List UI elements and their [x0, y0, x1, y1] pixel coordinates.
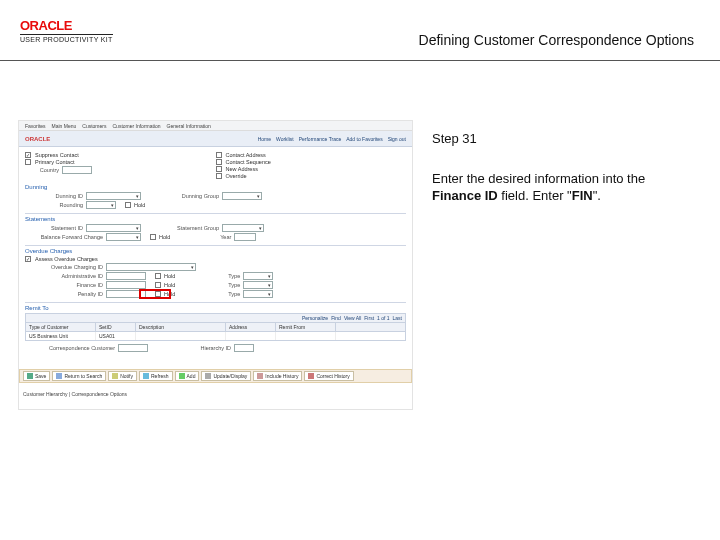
ocid-select[interactable] [106, 263, 196, 271]
nav-link[interactable]: Worklist [276, 136, 294, 142]
col-header: Remit From [276, 323, 336, 331]
cb-label: New Address [226, 166, 258, 172]
save-button[interactable]: Save [23, 371, 50, 381]
cell: USA01 [96, 332, 136, 340]
grid-ctl[interactable]: Personalize [302, 315, 328, 321]
cb-label: Contact Address [226, 152, 266, 158]
nav-link[interactable]: Home [258, 136, 271, 142]
button-bar: Save Return to Search Notify Refresh Add… [19, 369, 412, 383]
type-label: Type [228, 282, 240, 288]
logo-block: ORACLE USER PRODUCTIVITY KIT [20, 18, 113, 43]
checkbox[interactable] [216, 173, 222, 179]
country-label: Country [25, 167, 59, 173]
admin-input[interactable] [106, 272, 146, 280]
correct-history-button[interactable]: Correct History [304, 371, 353, 381]
crumb-item[interactable]: Customer Information [112, 123, 160, 129]
checkbox[interactable] [125, 202, 131, 208]
btn-label: Include History [265, 373, 298, 379]
notify-icon [112, 373, 118, 379]
country-input[interactable] [62, 166, 92, 174]
cb-label: Primary Contact [35, 159, 74, 165]
grid-ctl[interactable]: First [364, 315, 374, 321]
dunning-id-label: Dunning ID [25, 193, 83, 199]
checkbox[interactable] [155, 273, 161, 279]
checkbox[interactable] [25, 256, 31, 262]
crumb-item[interactable]: General Information [167, 123, 211, 129]
crumb-item[interactable]: Favorites [25, 123, 46, 129]
dunning-group-select[interactable] [222, 192, 262, 200]
section-overdue: Overdue Charges [25, 245, 406, 254]
grid-ctl: 1 of 1 [377, 315, 390, 321]
upk-label: USER PRODUCTIVITY KIT [20, 34, 113, 43]
cb-label: Override [226, 173, 247, 179]
hier-input[interactable] [234, 344, 254, 352]
penalty-id-label: Penalty ID [25, 291, 103, 297]
dunning-id-select[interactable] [86, 192, 141, 200]
type-select[interactable] [243, 272, 273, 280]
checkbox[interactable] [216, 159, 222, 165]
checkbox[interactable] [216, 166, 222, 172]
dunning-group-label: Dunning Group [164, 193, 219, 199]
btn-label: Add [187, 373, 196, 379]
crumb-item[interactable]: Customers [82, 123, 106, 129]
cell [276, 332, 336, 340]
stmt-group-select[interactable] [222, 224, 264, 232]
rounding-select[interactable] [86, 201, 116, 209]
ocid-label: Overdue Charging ID [25, 264, 103, 270]
page-title: Defining Customer Correspondence Options [419, 32, 694, 48]
refresh-button[interactable]: Refresh [139, 371, 173, 381]
hier-label: Hierarchy ID [181, 345, 231, 351]
corr-input[interactable] [118, 344, 148, 352]
type-select[interactable] [243, 281, 273, 289]
cb-label: Suppress Contact [35, 152, 79, 158]
refresh-icon [143, 373, 149, 379]
type-select[interactable] [243, 290, 273, 298]
instr-field-name: Finance ID [432, 188, 498, 203]
save-icon [27, 373, 33, 379]
section-dunning: Dunning [25, 184, 406, 190]
year-input[interactable] [234, 233, 256, 241]
return-button[interactable]: Return to Search [52, 371, 106, 381]
nav-link[interactable]: Sign out [388, 136, 406, 142]
btn-label: Update/Display [213, 373, 247, 379]
section-statements: Statements [25, 213, 406, 222]
hold-label: Hold [134, 202, 145, 208]
finance-id-label: Finance ID [25, 282, 103, 288]
finance-id-input[interactable] [106, 281, 146, 289]
app-screenshot: Favorites Main Menu Customers Customer I… [18, 120, 413, 410]
app-subbar: ORACLE Home Worklist Performance Trace A… [19, 131, 412, 147]
update-button[interactable]: Update/Display [201, 371, 251, 381]
grid-ctl[interactable]: Last [393, 315, 402, 321]
notify-button[interactable]: Notify [108, 371, 137, 381]
stmt-id-select[interactable] [86, 224, 141, 232]
include-history-button[interactable]: Include History [253, 371, 302, 381]
instruction-text: Enter the desired information into the F… [432, 170, 684, 205]
nav-link[interactable]: Performance Trace [299, 136, 342, 142]
checkbox[interactable] [216, 152, 222, 158]
finance-id-highlight [139, 289, 171, 299]
btn-label: Return to Search [64, 373, 102, 379]
grid-ctl[interactable]: View All [344, 315, 361, 321]
checkbox[interactable] [25, 152, 31, 158]
app-breadcrumb-bar: Favorites Main Menu Customers Customer I… [19, 121, 412, 131]
cell [226, 332, 276, 340]
table-row: US Business Unit USA01 [26, 332, 405, 340]
nav-link[interactable]: Add to Favorites [346, 136, 382, 142]
type-label: Type [228, 291, 240, 297]
crumb-item[interactable]: Main Menu [52, 123, 77, 129]
stmt-group-label: Statement Group [154, 225, 219, 231]
grid-ctl[interactable]: Find [331, 315, 341, 321]
section-remit: Remit To [25, 302, 406, 311]
checkbox[interactable] [25, 159, 31, 165]
instr-value: FIN [572, 188, 593, 203]
checkbox[interactable] [155, 282, 161, 288]
checkbox[interactable] [150, 234, 156, 240]
oracle-logo: ORACLE [20, 18, 113, 33]
add-button[interactable]: Add [175, 371, 200, 381]
instr-part3: ". [593, 188, 601, 203]
bc-select[interactable] [106, 233, 141, 241]
col-header: Address [226, 323, 276, 331]
col-header: SetID [96, 323, 136, 331]
type-label: Type [228, 273, 240, 279]
header-divider [0, 60, 720, 61]
